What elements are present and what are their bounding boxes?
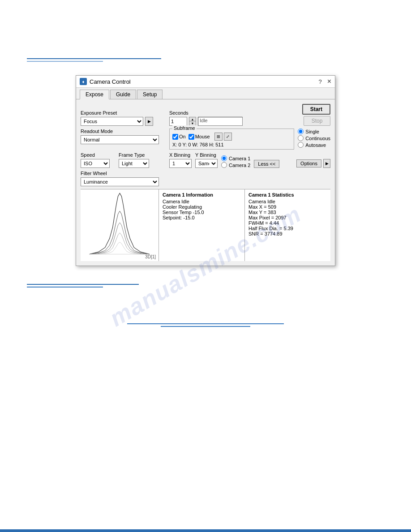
subframe-icon1[interactable]: ⊞ (214, 133, 223, 141)
info-line-0: Camera Idle (163, 199, 241, 204)
subframe-icon2[interactable]: ⤢ (224, 133, 232, 141)
bottom-bar (0, 529, 411, 532)
dialog-titlebar: ♦ Camera Control ? × (76, 76, 335, 88)
speed-label: Speed (81, 152, 110, 158)
spinner-down[interactable]: ▼ (189, 121, 196, 125)
stop-button[interactable]: Stop (304, 116, 330, 126)
readout-mode-select[interactable]: Normal (81, 135, 159, 144)
filter-wheel-label: Filter Wheel (81, 171, 166, 176)
options-button[interactable]: Options (296, 159, 321, 167)
dialog-body: Exposure Preset Focus ▶ Seconds ▲ (76, 99, 335, 266)
help-button[interactable]: ? (318, 78, 321, 85)
stats-line-5: Half Flux Dia. = 5.39 (248, 226, 327, 231)
image-panel: 3D[1] (81, 189, 159, 261)
info-line-4: Setpoint: -15.0 (163, 215, 241, 220)
subframe-on-checkbox[interactable]: On (172, 134, 186, 140)
camera1-radio[interactable]: Camera 1 (221, 155, 250, 161)
less-button[interactable]: Less << (254, 160, 279, 168)
camera-stats-title: Camera 1 Statistics (248, 192, 327, 197)
readout-mode-label: Readout Mode (81, 129, 166, 134)
star-profile-chart (81, 189, 158, 261)
seconds-input[interactable] (169, 117, 187, 126)
y-binning-select[interactable]: Same (195, 159, 218, 168)
subframe-legend: Subframe (172, 125, 197, 131)
camera-info-panel: Camera 1 Information Camera Idle Cooler … (159, 189, 245, 261)
options-arrow-button[interactable]: ▶ (323, 159, 330, 168)
subframe-group: Subframe On Mouse ⊞ ⤢ (169, 129, 294, 150)
tab-setup[interactable]: Setup (137, 90, 163, 99)
dialog-title: Camera Control (90, 78, 131, 85)
capture-mode-group: Single Continuous Autosave (298, 129, 330, 148)
exposure-preset-select[interactable]: Focus (81, 117, 143, 126)
options-row: Options ▶ (296, 159, 330, 168)
titlebar-controls: ? × (318, 77, 331, 86)
seconds-spinner[interactable]: ▲ ▼ (189, 117, 196, 126)
stats-line-1: Max X = 509 (248, 204, 327, 210)
close-button[interactable]: × (327, 77, 331, 86)
tab-guide[interactable]: Guide (110, 90, 136, 99)
stats-line-6: SNR = 3774.89 (248, 231, 327, 236)
camera-stats-panel: Camera 1 Statistics Camera Idle Max X = … (245, 189, 330, 261)
continuous-radio[interactable]: Continuous (298, 135, 330, 141)
frame-type-label: Frame Type (119, 152, 149, 158)
bottom-panel: 3D[1] Camera 1 Information Camera Idle C… (81, 189, 330, 261)
app-icon: ♦ (80, 78, 87, 85)
stats-line-2: Max Y = 383 (248, 210, 327, 215)
camera-radio-group: Camera 1 Camera 2 (221, 155, 250, 168)
subframe-mouse-checkbox[interactable]: Mouse (188, 134, 210, 140)
status-field: Idle (198, 117, 243, 126)
tab-expose[interactable]: Expose (80, 90, 109, 99)
y-binning-label: Y Binning (195, 152, 218, 158)
tab-bar: Expose Guide Setup (76, 88, 335, 99)
autosave-radio[interactable]: Autosave (298, 142, 330, 148)
single-radio[interactable]: Single (298, 129, 330, 134)
frame-type-select[interactable]: Light (119, 159, 149, 168)
stats-line-0: Camera Idle (248, 199, 327, 204)
stats-line-4: FWHM = 4.44 (248, 220, 327, 226)
subframe-coords: X: 0 Y: 0 W: 768 H: 511 (172, 142, 291, 147)
preset-next-button[interactable]: ▶ (145, 117, 153, 126)
start-button[interactable]: Start (302, 104, 330, 115)
svg-rect-0 (81, 189, 158, 261)
x-binning-select[interactable]: 1 (169, 159, 192, 168)
spinner-up[interactable]: ▲ (189, 117, 196, 121)
exposure-preset-label: Exposure Preset (81, 110, 166, 116)
info-line-3: Sensor Temp -15.0 (163, 210, 241, 215)
seconds-label: Seconds (169, 110, 299, 116)
info-line-2: Cooler Regulating (163, 204, 241, 210)
camera-control-dialog: ♦ Camera Control ? × Expose Guide Setup … (76, 75, 335, 266)
x-binning-label: X Binning (169, 152, 192, 158)
speed-select[interactable]: ISO (81, 159, 110, 168)
camera2-radio[interactable]: Camera 2 (221, 162, 250, 168)
filter-wheel-select[interactable]: Luminance (81, 177, 159, 186)
image-label: 3D[1] (145, 254, 156, 259)
stats-line-3: Max Pixel = 2097 (248, 215, 327, 220)
camera-info-title: Camera 1 Information (163, 192, 241, 197)
